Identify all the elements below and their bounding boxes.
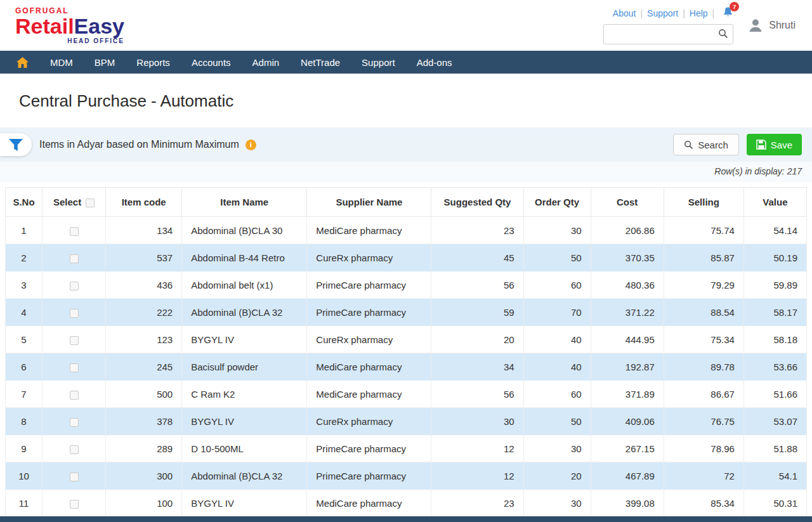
cell-suggested-qty: 23 bbox=[431, 490, 523, 517]
row-select-checkbox[interactable] bbox=[70, 227, 79, 236]
search-icon[interactable] bbox=[718, 29, 728, 41]
header-search-input[interactable] bbox=[603, 24, 733, 44]
help-link[interactable]: Help bbox=[690, 8, 708, 18]
row-select-checkbox[interactable] bbox=[70, 445, 79, 454]
nav-item-nettrade[interactable]: NetTrade bbox=[301, 57, 340, 68]
col-item-name: Item Name bbox=[182, 188, 307, 217]
table-row: 1134Abdominal (B)CLA 30MediCare pharmacy… bbox=[6, 217, 807, 244]
cell-item-name: Abdominal (B)CLA 30 bbox=[182, 217, 307, 244]
cell-item-code: 123 bbox=[106, 326, 182, 353]
cell-order-qty: 20 bbox=[523, 462, 591, 490]
row-select-checkbox[interactable] bbox=[70, 418, 79, 427]
table-row: 11100BYGYL IVMediCare pharmacy2330399.08… bbox=[6, 490, 807, 517]
search-button-label: Search bbox=[698, 140, 728, 150]
cell-select bbox=[43, 326, 106, 353]
cell-suggested-qty: 34 bbox=[431, 353, 523, 381]
cell-order-qty: 30 bbox=[523, 435, 591, 462]
header-right: About | Support | Help | 7 bbox=[603, 6, 796, 44]
notification-badge: 7 bbox=[730, 2, 739, 11]
row-select-checkbox[interactable] bbox=[70, 254, 79, 263]
row-select-checkbox[interactable] bbox=[70, 309, 79, 318]
nav-item-reports[interactable]: Reports bbox=[136, 57, 170, 68]
page-title: Central Purchase - Automatic bbox=[19, 91, 793, 111]
row-select-checkbox[interactable] bbox=[70, 500, 79, 509]
nav-item-accounts[interactable]: Accounts bbox=[192, 57, 231, 68]
row-select-checkbox[interactable] bbox=[70, 363, 79, 372]
select-all-checkbox[interactable] bbox=[86, 199, 95, 207]
nav-item-bpm[interactable]: BPM bbox=[95, 57, 115, 68]
table-row: 4222Abdominal (B)CLA 32PrimeCare pharmac… bbox=[6, 299, 807, 326]
cell-cost: 267.15 bbox=[591, 435, 664, 462]
row-select-checkbox[interactable] bbox=[70, 473, 79, 481]
cell-item-code: 300 bbox=[106, 462, 182, 490]
cell-select bbox=[43, 299, 106, 326]
cell-supplier-name: PrimeCare pharmacy bbox=[307, 271, 431, 299]
nav-item-addons[interactable]: Add-ons bbox=[417, 57, 452, 68]
row-select-checkbox[interactable] bbox=[70, 336, 79, 345]
cell-supplier-name: MediCare pharmacy bbox=[307, 217, 431, 244]
cell-order-qty: 40 bbox=[523, 326, 591, 353]
table-row: 7500C Ram K2MediCare pharmacy5660371.898… bbox=[6, 381, 807, 408]
cell-supplier-name: PrimeCare pharmacy bbox=[307, 435, 431, 462]
cell-sno: 1 bbox=[6, 217, 43, 244]
save-floppy-icon bbox=[756, 140, 766, 150]
cell-select bbox=[43, 244, 106, 271]
row-select-checkbox[interactable] bbox=[70, 391, 79, 400]
cell-item-name: D 10-500ML bbox=[182, 435, 307, 462]
cell-item-name: Bacisulf powder bbox=[182, 353, 307, 381]
cell-item-code: 245 bbox=[106, 353, 182, 381]
col-item-code: Item code bbox=[106, 188, 182, 217]
notifications-button[interactable]: 7 bbox=[723, 6, 733, 20]
cell-item-name: Abdominal (B)CLA 32 bbox=[182, 299, 307, 326]
row-select-checkbox[interactable] bbox=[70, 282, 79, 290]
cell-select bbox=[43, 353, 106, 381]
home-icon[interactable] bbox=[16, 57, 29, 68]
cell-supplier-name: MediCare pharmacy bbox=[307, 353, 431, 381]
save-button[interactable]: Save bbox=[747, 134, 802, 155]
cell-sno: 7 bbox=[6, 381, 43, 408]
cell-item-code: 537 bbox=[106, 244, 182, 271]
cell-item-code: 500 bbox=[106, 381, 182, 408]
table-row: 9289D 10-500MLPrimeCare pharmacy1230267.… bbox=[6, 435, 807, 462]
nav-item-mdm[interactable]: MDM bbox=[50, 57, 73, 68]
col-cost: Cost bbox=[591, 188, 664, 217]
cell-order-qty: 60 bbox=[523, 381, 591, 408]
cell-item-code: 378 bbox=[106, 408, 182, 435]
about-link[interactable]: About bbox=[613, 8, 636, 18]
cell-supplier-name: PrimeCare pharmacy bbox=[307, 299, 431, 326]
cell-supplier-name: PrimeCare pharmacy bbox=[307, 462, 431, 490]
brand-logo[interactable]: GOFRUGAL RetailEasy HEAD OFFICE bbox=[15, 7, 124, 44]
filter-description: Items in Adyar based on Minimum Maximum … bbox=[39, 139, 256, 150]
cell-item-code: 134 bbox=[106, 217, 182, 244]
col-suggested-qty: Suggested Qty bbox=[431, 188, 523, 217]
cell-sno: 6 bbox=[6, 353, 43, 381]
cell-cost: 409.06 bbox=[591, 408, 664, 435]
cell-sno: 11 bbox=[6, 490, 43, 517]
info-icon[interactable]: i bbox=[246, 140, 256, 150]
support-link[interactable]: Support bbox=[647, 8, 678, 18]
filter-button[interactable] bbox=[0, 133, 32, 156]
rows-in-display: Row(s) in display: 217 bbox=[0, 162, 812, 182]
cell-item-name: BYGYL IV bbox=[182, 326, 307, 353]
nav-item-support[interactable]: Support bbox=[362, 57, 395, 68]
search-button[interactable]: Search bbox=[673, 134, 739, 155]
purchase-table: S.No Select Item code Item Name Supplier… bbox=[5, 187, 807, 517]
cell-select bbox=[43, 408, 106, 435]
cell-supplier-name: CureRx pharmacy bbox=[307, 326, 431, 353]
col-value: Value bbox=[743, 188, 806, 217]
header-search bbox=[603, 24, 733, 44]
link-separator: | bbox=[712, 8, 715, 18]
cell-suggested-qty: 12 bbox=[431, 435, 523, 462]
cell-cost: 370.35 bbox=[591, 244, 664, 271]
link-separator: | bbox=[640, 8, 643, 18]
col-sno: S.No bbox=[6, 188, 43, 217]
cell-suggested-qty: 59 bbox=[431, 299, 523, 326]
user-menu[interactable]: Shruti bbox=[747, 17, 796, 34]
cell-item-name: C Ram K2 bbox=[182, 381, 307, 408]
cell-selling: 85.34 bbox=[664, 490, 743, 517]
table-row: 8378BYGYL IVCureRx pharmacy3050409.0676.… bbox=[6, 408, 807, 435]
cell-item-name: Abdominal B-44 Retro bbox=[182, 244, 307, 271]
nav-item-admin[interactable]: Admin bbox=[252, 57, 280, 68]
cell-value: 54.14 bbox=[743, 217, 806, 244]
col-select: Select bbox=[43, 188, 106, 217]
